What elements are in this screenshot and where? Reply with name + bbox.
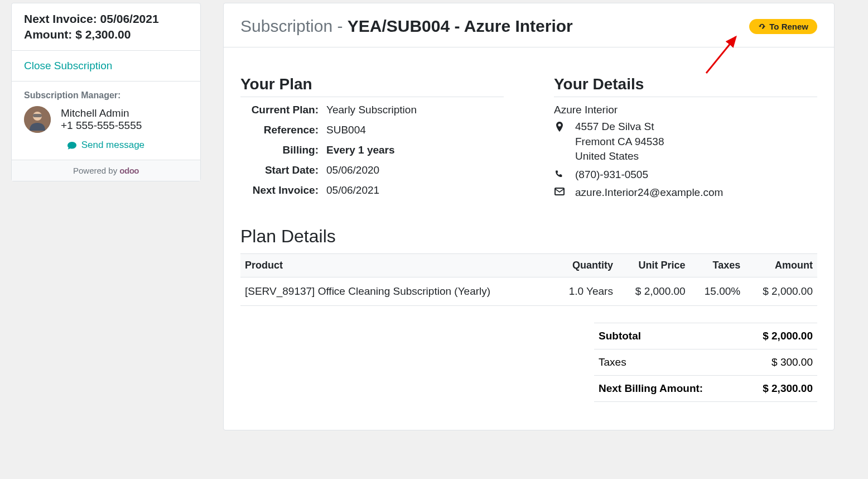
- manager-label: Subscription Manager:: [24, 90, 188, 100]
- totals: Subtotal $ 2,000.00 Taxes $ 300.00 Next …: [594, 323, 817, 402]
- td-amount: $ 2,000.00: [745, 277, 817, 305]
- address-text: 4557 De Silva St Fremont CA 94538 United…: [575, 119, 664, 164]
- powered-by-label: Powered by: [73, 166, 117, 175]
- plan-details-title: Plan Details: [240, 226, 817, 247]
- content-columns: Your Plan Current Plan: Yearly Subscript…: [224, 47, 834, 215]
- manager-info: Mitchell Admin +1 555-555-5555: [61, 107, 142, 132]
- to-renew-label: To Renew: [769, 22, 808, 31]
- invoice-summary: Next Invoice: 05/06/2021 Amount: $ 2,300…: [12, 3, 200, 51]
- send-message-label: Send message: [81, 140, 144, 150]
- your-details-title: Your Details: [554, 75, 817, 97]
- your-plan-column: Your Plan Current Plan: Yearly Subscript…: [240, 75, 504, 204]
- td-taxes: 15.00%: [690, 277, 745, 305]
- billing-value: Every 1 years: [319, 144, 504, 156]
- start-date-value: 05/06/2020: [319, 164, 504, 176]
- current-plan-label: Current Plan:: [240, 104, 319, 116]
- amount-label: Amount: $ 2,300.00: [24, 28, 188, 41]
- email-row: azure.Interior24@example.com: [554, 185, 817, 200]
- address-row: 4557 De Silva St Fremont CA 94538 United…: [554, 119, 817, 164]
- reference-value: SUB004: [319, 124, 504, 136]
- envelope-icon: [554, 185, 565, 198]
- next-billing-row: Next Billing Amount: $ 2,300.00: [594, 376, 817, 402]
- th-amount: Amount: [745, 253, 817, 277]
- map-marker-icon: [554, 119, 565, 134]
- main-card: Subscription - YEA/SUB004 - Azure Interi…: [223, 3, 835, 430]
- current-plan-value: Yearly Subscription: [319, 104, 504, 116]
- phone-icon: [554, 167, 565, 181]
- manager-name: Mitchell Admin: [61, 107, 142, 119]
- address-line3: United States: [575, 149, 664, 164]
- start-date-label: Start Date:: [240, 164, 319, 176]
- to-renew-badge[interactable]: To Renew: [749, 19, 817, 34]
- plan-details-section: Plan Details Product Quantity Unit Price…: [224, 215, 834, 413]
- odoo-logo[interactable]: odoo: [119, 166, 139, 175]
- send-message-container: Send message: [24, 140, 188, 151]
- your-plan-title: Your Plan: [240, 75, 504, 97]
- th-product: Product: [240, 253, 552, 277]
- next-invoice-value: 05/06/2021: [319, 184, 504, 197]
- table-header-row: Product Quantity Unit Price Taxes Amount: [240, 253, 817, 277]
- td-quantity: 1.0 Years: [552, 277, 618, 305]
- plan-table: Product Quantity Unit Price Taxes Amount…: [240, 253, 817, 306]
- manager-section: Subscription Manager: Mitchell Admin +1 …: [12, 82, 200, 160]
- manager-row: Mitchell Admin +1 555-555-5555: [24, 106, 188, 133]
- taxes-label: Taxes: [599, 356, 626, 368]
- th-unit-price: Unit Price: [618, 253, 690, 277]
- subtotal-row: Subtotal $ 2,000.00: [594, 323, 817, 349]
- table-row: [SERV_89137] Office Cleaning Subscriptio…: [240, 277, 817, 305]
- manager-phone: +1 555-555-5555: [61, 119, 142, 132]
- company-name: Azure Interior: [554, 104, 817, 116]
- next-invoice-label: Next Invoice:: [240, 184, 319, 197]
- avatar: [24, 106, 51, 133]
- reference-label: Reference:: [240, 124, 319, 136]
- th-quantity: Quantity: [552, 253, 618, 277]
- powered-by: Powered by odoo: [12, 160, 200, 181]
- address-line1: 4557 De Silva St: [575, 119, 664, 135]
- email-text: azure.Interior24@example.com: [575, 185, 723, 200]
- sidebar-card: Next Invoice: 05/06/2021 Amount: $ 2,300…: [11, 3, 201, 181]
- svg-rect-2: [33, 114, 42, 117]
- address-line2: Fremont CA 94538: [575, 135, 664, 150]
- td-unit-price: $ 2,000.00: [618, 277, 690, 305]
- refresh-icon: [758, 22, 766, 30]
- next-billing-value: $ 2,300.00: [763, 382, 813, 395]
- subscription-title: Subscription - YEA/SUB004 - Azure Interi…: [240, 17, 573, 36]
- taxes-row: Taxes $ 300.00: [594, 349, 817, 376]
- subtotal-label: Subtotal: [599, 330, 641, 342]
- header-row: Subscription - YEA/SUB004 - Azure Interi…: [224, 3, 834, 47]
- td-product: [SERV_89137] Office Cleaning Subscriptio…: [240, 277, 552, 305]
- next-invoice-label: Next Invoice: 05/06/2021: [24, 12, 188, 26]
- next-billing-label: Next Billing Amount:: [599, 382, 703, 395]
- subscription-name: YEA/SUB004 - Azure Interior: [348, 17, 573, 35]
- billing-label: Billing:: [240, 144, 319, 156]
- taxes-value: $ 300.00: [771, 356, 813, 368]
- close-subscription-link[interactable]: Close Subscription: [24, 60, 112, 71]
- chat-icon: [67, 142, 76, 150]
- send-message-link[interactable]: Send message: [67, 140, 144, 150]
- plan-grid: Current Plan: Yearly Subscription Refere…: [240, 104, 504, 197]
- phone-text: (870)-931-0505: [575, 167, 648, 183]
- phone-row: (870)-931-0505: [554, 167, 817, 183]
- subtotal-value: $ 2,000.00: [763, 330, 813, 342]
- close-subscription-section: Close Subscription: [12, 51, 200, 82]
- th-taxes: Taxes: [690, 253, 745, 277]
- main-content: Subscription - YEA/SUB004 - Azure Interi…: [223, 3, 835, 479]
- subscription-prefix: Subscription -: [240, 17, 348, 35]
- your-details-column: Your Details Azure Interior 4557 De Silv…: [554, 75, 817, 204]
- sidebar: Next Invoice: 05/06/2021 Amount: $ 2,300…: [11, 3, 201, 479]
